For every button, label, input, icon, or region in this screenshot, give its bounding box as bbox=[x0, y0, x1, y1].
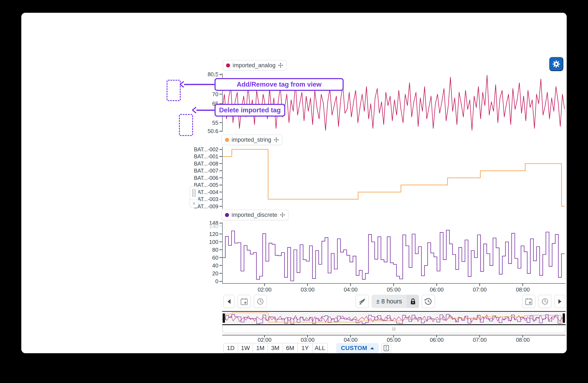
legend-label: imported_string bbox=[231, 137, 271, 143]
time-range-controls: ± 8 hours bbox=[356, 295, 435, 308]
chevron-right-icon bbox=[558, 299, 561, 304]
range-button-all[interactable]: ALL bbox=[313, 343, 328, 353]
legend-chip-imported-analog[interactable]: imported_analog bbox=[223, 60, 287, 71]
overview-left-handle[interactable] bbox=[223, 313, 225, 323]
panel-resize-handle[interactable]: × bbox=[189, 186, 198, 208]
set-end-date-button[interactable] bbox=[522, 295, 535, 308]
clock-icon bbox=[256, 297, 264, 306]
move-icon bbox=[280, 212, 285, 217]
range-button-3m[interactable]: 3M bbox=[268, 343, 283, 353]
pan-right-button[interactable] bbox=[555, 295, 565, 308]
custom-range-label: CUSTOM bbox=[341, 345, 367, 351]
range-button-1w[interactable]: 1W bbox=[238, 343, 253, 353]
custom-caret-icon bbox=[370, 347, 374, 349]
legend-chip-imported-string[interactable]: imported_string bbox=[222, 134, 282, 145]
pan-left-button[interactable] bbox=[223, 295, 234, 308]
trend-steps-icon bbox=[358, 297, 366, 306]
annotation-highlight-remove-icon bbox=[167, 80, 181, 101]
calendar-icon bbox=[240, 297, 248, 306]
zoom-preset-group: 1D1W1M3M6M1YALL bbox=[223, 343, 328, 353]
history-icon bbox=[424, 297, 433, 306]
range-button-1y[interactable]: 1Y bbox=[298, 343, 313, 353]
overview-right-handle[interactable] bbox=[563, 313, 565, 323]
range-button-1m[interactable]: 1M bbox=[253, 343, 268, 353]
annotation-callout-add-remove: Add/Remove tag from view bbox=[214, 78, 344, 91]
lock-timespan-button[interactable] bbox=[407, 295, 419, 308]
calendar-icon bbox=[525, 297, 533, 306]
chart-imported-string-plot[interactable] bbox=[222, 147, 565, 209]
clock-icon bbox=[541, 297, 549, 306]
overview-resize-grip[interactable] bbox=[222, 325, 566, 333]
y-axis-discrete bbox=[222, 222, 223, 283]
chevron-left-icon bbox=[228, 299, 231, 304]
panel-close-icon[interactable]: × bbox=[190, 200, 198, 207]
compare-trends-button[interactable] bbox=[356, 295, 369, 308]
legend-dot bbox=[225, 138, 229, 142]
annotation-highlight-delete-icon bbox=[179, 114, 193, 136]
lock-icon bbox=[409, 298, 417, 305]
legend-chip-imported-discrete[interactable]: imported_discrete bbox=[222, 210, 289, 220]
custom-range-button[interactable]: CUSTOM bbox=[336, 343, 379, 353]
legend-dot bbox=[226, 63, 230, 67]
fit-screen-icon bbox=[383, 345, 389, 351]
history-button[interactable] bbox=[422, 295, 435, 308]
range-button-6m[interactable]: 6M bbox=[283, 343, 298, 353]
time-span-pill: ± 8 hours bbox=[372, 295, 419, 308]
legend-label: imported_discrete bbox=[231, 212, 277, 218]
legend-label: imported_analog bbox=[233, 62, 275, 69]
chart-imported-discrete-plot[interactable] bbox=[222, 222, 565, 282]
move-icon bbox=[274, 137, 279, 142]
range-button-1d[interactable]: 1D bbox=[223, 343, 238, 353]
legend-dot bbox=[225, 213, 229, 217]
app-window: TrendHub Home Work organizer Monitoring … bbox=[21, 13, 567, 353]
annotation-callout-delete: Delete imported tag bbox=[214, 104, 285, 116]
annotation-arrow bbox=[184, 84, 215, 85]
overview-mini-chart bbox=[222, 312, 564, 324]
y-axis-string bbox=[222, 147, 223, 209]
overview-strip[interactable] bbox=[222, 311, 566, 325]
panel-drag-grip[interactable] bbox=[190, 187, 198, 200]
move-icon bbox=[278, 63, 283, 68]
annotation-arrow bbox=[196, 110, 215, 111]
set-end-time-button[interactable] bbox=[538, 295, 552, 308]
set-start-date-button[interactable] bbox=[237, 295, 251, 308]
time-span-label: ± 8 hours bbox=[372, 298, 407, 305]
set-start-time-button[interactable] bbox=[254, 295, 267, 308]
fit-timeframe-button[interactable] bbox=[381, 343, 391, 353]
chart-settings-button[interactable] bbox=[549, 57, 563, 71]
gear-icon bbox=[552, 60, 560, 68]
